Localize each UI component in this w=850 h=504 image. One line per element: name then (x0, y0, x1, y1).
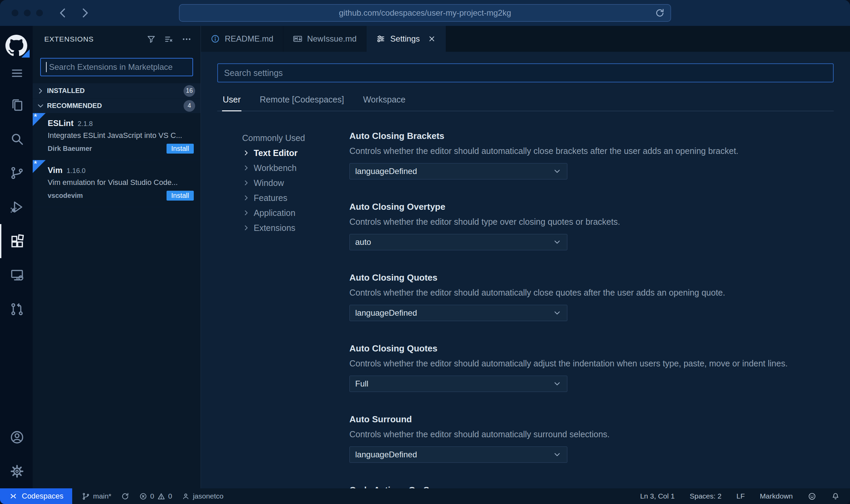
branch-indicator[interactable]: main* (82, 492, 111, 501)
setting-dropdown[interactable]: auto (349, 234, 567, 250)
extension-name-row: Vim 1.16.0 (43, 166, 194, 175)
extensions-search-input[interactable] (40, 58, 193, 76)
clear-results-icon[interactable] (164, 34, 174, 44)
chevron-down-icon (36, 101, 45, 110)
tab-newissue[interactable]: NewIssue.md (283, 26, 366, 52)
bell-icon (831, 492, 840, 501)
toc-label: Features (254, 193, 287, 203)
back-button[interactable] (57, 7, 69, 19)
window-control-dot[interactable] (12, 10, 18, 16)
activity-source-control[interactable] (0, 156, 33, 190)
remote-explorer-icon (10, 268, 25, 283)
extension-list-item[interactable]: Vim 1.16.0 Vim emulation for Visual Stud… (33, 160, 201, 207)
recommended-flag-icon (33, 160, 46, 173)
branch-name: main* (93, 492, 111, 500)
section-label: RECOMMENDED (47, 102, 102, 110)
dropdown-value: languageDefined (355, 167, 417, 176)
more-actions-icon[interactable] (182, 34, 192, 44)
user-indicator[interactable]: jasonetco (182, 492, 223, 501)
codespaces-badge[interactable]: Codespaces (0, 488, 72, 504)
window-control-dot[interactable] (24, 10, 31, 16)
install-button[interactable]: Install (167, 191, 194, 201)
setting-item: Auto Surround Controls whether the edito… (349, 414, 834, 463)
refresh-icon[interactable] (655, 8, 665, 18)
dropdown-value: languageDefined (355, 308, 417, 318)
settings-search[interactable] (217, 63, 834, 82)
toc-window[interactable]: Window (242, 175, 349, 190)
activity-extensions[interactable] (0, 224, 33, 258)
extension-name-row: ESLint 2.1.8 (43, 119, 194, 128)
status-bar: Codespaces main* 0 0 jasonetco Ln 3, Col… (0, 488, 850, 504)
toc-commonly-used[interactable]: Commonly Used (242, 130, 349, 145)
text-caret (46, 62, 47, 72)
remote-indicator-icon (9, 492, 18, 501)
section-recommended[interactable]: RECOMMENDED 4 (33, 98, 201, 113)
setting-item: Code Actions On Save (349, 485, 834, 488)
language-mode[interactable]: Markdown (760, 492, 793, 500)
sync-button[interactable] (121, 492, 129, 501)
url-bar[interactable]: github.com/codespaces/user-my-project-mg… (179, 4, 671, 22)
window-control-dot[interactable] (36, 10, 43, 16)
activity-search[interactable] (0, 122, 33, 156)
chevron-right-icon (242, 179, 250, 187)
install-button[interactable]: Install (167, 144, 194, 154)
extension-footer: Dirk Baeumer Install (43, 144, 194, 154)
menu-button[interactable] (0, 59, 33, 88)
toc-extensions[interactable]: Extensions (242, 220, 349, 235)
setting-dropdown[interactable]: languageDefined (349, 305, 567, 321)
scope-workspace[interactable]: Workspace (362, 95, 406, 111)
close-icon[interactable] (427, 34, 436, 43)
eol-indicator[interactable]: LF (737, 492, 745, 500)
activity-spacer (0, 326, 33, 420)
activity-remote-explorer[interactable] (0, 258, 33, 292)
toc-features[interactable]: Features (242, 190, 349, 205)
activity-pull-requests[interactable] (0, 292, 33, 326)
section-label: INSTALLED (47, 87, 85, 95)
window-controls[interactable] (12, 10, 43, 16)
tab-settings[interactable]: Settings (366, 26, 446, 52)
scope-remote[interactable]: Remote [Codespaces] (259, 95, 345, 111)
extension-list-item[interactable]: ESLint 2.1.8 Integrates ESLint JavaScrip… (33, 113, 201, 160)
extensions-icon (10, 234, 25, 249)
setting-dropdown[interactable]: Full (349, 376, 567, 392)
cursor-position[interactable]: Ln 3, Col 1 (640, 492, 675, 500)
activity-explorer[interactable] (0, 88, 33, 122)
problems-indicator[interactable]: 0 0 (139, 492, 172, 501)
toc-label: Application (254, 208, 295, 218)
tab-readme[interactable]: README.md (201, 26, 283, 52)
section-installed[interactable]: INSTALLED 16 (33, 83, 201, 98)
setting-dropdown[interactable]: languageDefined (349, 163, 567, 179)
extension-version: 1.16.0 (67, 167, 86, 175)
settings-search-input[interactable] (217, 63, 834, 82)
setting-item: Auto Closing Overtype Controls whether t… (349, 201, 834, 250)
toc-text-editor[interactable]: Text Editor (242, 145, 349, 160)
settings-gear-button[interactable] (0, 454, 33, 488)
indentation-indicator[interactable]: Spaces: 2 (690, 492, 721, 500)
scope-user[interactable]: User (222, 95, 241, 111)
tab-label: Settings (390, 34, 420, 44)
notifications-button[interactable] (831, 492, 840, 501)
editor-tab-bar: README.md NewIssue.md Settings (201, 26, 850, 52)
filter-icon[interactable] (146, 34, 156, 44)
dropdown-value: auto (355, 237, 371, 247)
setting-dropdown[interactable]: languageDefined (349, 446, 567, 463)
extensions-search[interactable] (40, 58, 193, 76)
extension-sections: INSTALLED 16 RECOMMENDED 4 ESLint 2.1.8 … (33, 83, 201, 207)
setting-title: Auto Closing Brackets (349, 130, 834, 141)
app-window: github.com/codespaces/user-my-project-mg… (0, 0, 850, 504)
error-icon (139, 492, 147, 501)
setting-description: Controls whether the editor should autom… (349, 358, 834, 369)
feedback-button[interactable] (808, 492, 816, 501)
search-icon (10, 131, 25, 146)
account-button[interactable] (0, 420, 33, 454)
chevron-right-icon (242, 209, 250, 217)
extension-publisher: Dirk Baeumer (48, 145, 92, 153)
url-text: github.com/codespaces/user-my-project-mg… (339, 8, 511, 18)
activity-run-debug[interactable] (0, 190, 33, 224)
forward-button[interactable] (79, 7, 91, 19)
toc-application[interactable]: Application (242, 205, 349, 220)
settings-list: Auto Closing Brackets Controls whether t… (349, 130, 850, 488)
toc-workbench[interactable]: Workbench (242, 160, 349, 175)
sync-icon (121, 492, 129, 501)
setting-item: Auto Closing Brackets Controls whether t… (349, 130, 834, 179)
